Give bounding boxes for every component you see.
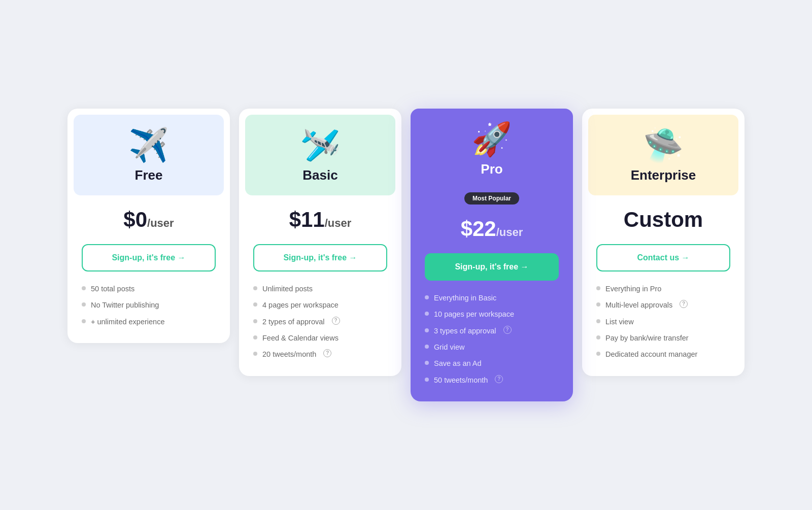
feature-text: 10 pages per workspace	[434, 309, 514, 319]
help-icon[interactable]: ?	[680, 300, 688, 308]
feature-list-pro: Everything in Basic10 pages per workspac…	[425, 293, 559, 385]
feature-item: 4 pages per workspace	[253, 300, 387, 310]
plan-card-enterprise: 🛸EnterpriseCustomContact us →Everything …	[582, 109, 745, 376]
feature-item: Feed & Calendar views	[253, 333, 387, 343]
feature-text: 3 types of approval	[434, 326, 496, 336]
bullet-icon	[253, 319, 257, 323]
feature-item: List view	[596, 317, 730, 327]
plan-card-basic: 🛩️Basic$11/userSign-up, it's free →Unlim…	[239, 109, 401, 376]
biplane-icon: 🛩️	[300, 129, 341, 161]
help-icon[interactable]: ?	[495, 375, 503, 383]
feature-item: 50 total posts	[82, 284, 216, 294]
feature-item: Everything in Basic	[425, 293, 559, 303]
feature-text: 4 pages per workspace	[262, 300, 339, 310]
ufo-icon: 🛸	[643, 129, 684, 161]
feature-item: 10 pages per workspace	[425, 309, 559, 319]
feature-text: 20 tweets/month	[262, 349, 316, 359]
feature-text: 50 total posts	[91, 284, 134, 294]
feature-text: + unlimited experience	[91, 317, 165, 327]
bullet-icon	[596, 352, 600, 356]
feature-item: 50 tweets/month?	[425, 375, 559, 385]
feature-text: Unlimited posts	[262, 284, 313, 294]
feature-item: 20 tweets/month?	[253, 349, 387, 359]
help-icon[interactable]: ?	[503, 326, 512, 334]
feature-text: Dedicated account manager	[605, 349, 697, 359]
help-icon[interactable]: ?	[323, 349, 331, 357]
bullet-icon	[596, 319, 600, 323]
plan-header-basic: 🛩️Basic	[245, 115, 395, 195]
feature-item: Dedicated account manager	[596, 349, 730, 359]
bullet-icon	[425, 295, 429, 299]
plan-body-pro: $22/userSign-up, it's free →Everything i…	[411, 205, 573, 401]
feature-item: 3 types of approval?	[425, 326, 559, 336]
feature-text: List view	[605, 317, 634, 327]
feature-list-free: 50 total postsNo Twitter publishing+ unl…	[82, 284, 216, 327]
pricing-section: ✈️Free$0/userSign-up, it's free →50 tota…	[47, 88, 765, 422]
feature-item: Save as an Ad	[425, 358, 559, 368]
paper-plane-icon: ✈️	[128, 129, 169, 161]
cta-button-free[interactable]: Sign-up, it's free →	[82, 244, 216, 271]
plan-price-pro: $22/user	[425, 217, 559, 241]
plan-card-free: ✈️Free$0/userSign-up, it's free →50 tota…	[67, 109, 230, 343]
bullet-icon	[425, 345, 429, 349]
bullet-icon	[253, 335, 257, 339]
bullet-icon	[82, 302, 86, 307]
plan-header-free: ✈️Free	[74, 115, 224, 195]
plan-header-pro: 🚀Pro	[411, 109, 573, 182]
plan-name-enterprise: Enterprise	[631, 167, 696, 183]
cta-button-enterprise[interactable]: Contact us →	[596, 244, 730, 271]
feature-list-basic: Unlimited posts4 pages per workspace2 ty…	[253, 284, 387, 359]
feature-text: Pay by bank/wire transfer	[605, 333, 689, 343]
rocket-icon: 🚀	[471, 123, 512, 155]
feature-text: 50 tweets/month	[434, 375, 488, 385]
feature-item: Multi-level approvals?	[596, 300, 730, 310]
feature-text: Save as an Ad	[434, 358, 482, 368]
plan-header-enterprise: 🛸Enterprise	[588, 115, 738, 195]
plan-price-free: $0/user	[82, 208, 216, 232]
feature-item: Pay by bank/wire transfer	[596, 333, 730, 343]
feature-text: Feed & Calendar views	[262, 333, 339, 343]
feature-text: Everything in Basic	[434, 293, 496, 303]
bullet-icon	[82, 286, 86, 290]
feature-item: Unlimited posts	[253, 284, 387, 294]
feature-item: No Twitter publishing	[82, 300, 216, 310]
bullet-icon	[253, 286, 257, 290]
bullet-icon	[596, 335, 600, 339]
feature-item: 2 types of approval?	[253, 317, 387, 327]
plan-name-free: Free	[135, 167, 163, 183]
feature-text: Grid view	[434, 342, 464, 352]
plan-name-basic: Basic	[302, 167, 337, 183]
feature-item: + unlimited experience	[82, 317, 216, 327]
plan-name-pro: Pro	[481, 161, 502, 177]
feature-text: No Twitter publishing	[91, 300, 159, 310]
feature-list-enterprise: Everything in ProMulti-level approvals?L…	[596, 284, 730, 359]
feature-text: Multi-level approvals	[605, 300, 672, 310]
plan-card-pro: 🚀ProMost Popular$22/userSign-up, it's fr…	[411, 109, 573, 401]
cta-button-basic[interactable]: Sign-up, it's free →	[253, 244, 387, 271]
feature-item: Everything in Pro	[596, 284, 730, 294]
plan-body-basic: $11/userSign-up, it's free →Unlimited po…	[239, 195, 401, 376]
plan-body-free: $0/userSign-up, it's free →50 total post…	[67, 195, 230, 343]
most-popular-badge: Most Popular	[464, 192, 519, 205]
bullet-icon	[253, 302, 257, 307]
feature-item: Grid view	[425, 342, 559, 352]
bullet-icon	[596, 286, 600, 290]
bullet-icon	[253, 352, 257, 356]
help-icon[interactable]: ?	[332, 317, 340, 325]
bullet-icon	[425, 312, 429, 316]
bullet-icon	[425, 328, 429, 332]
bullet-icon	[82, 319, 86, 323]
bullet-icon	[596, 302, 600, 307]
feature-text: 2 types of approval	[262, 317, 325, 327]
cta-button-pro[interactable]: Sign-up, it's free →	[425, 253, 559, 281]
bullet-icon	[425, 378, 429, 382]
feature-text: Everything in Pro	[605, 284, 661, 294]
plan-price-basic: $11/user	[253, 208, 387, 232]
bullet-icon	[425, 361, 429, 365]
plan-body-enterprise: CustomContact us →Everything in ProMulti…	[582, 195, 745, 376]
plan-price-enterprise: Custom	[596, 208, 730, 232]
